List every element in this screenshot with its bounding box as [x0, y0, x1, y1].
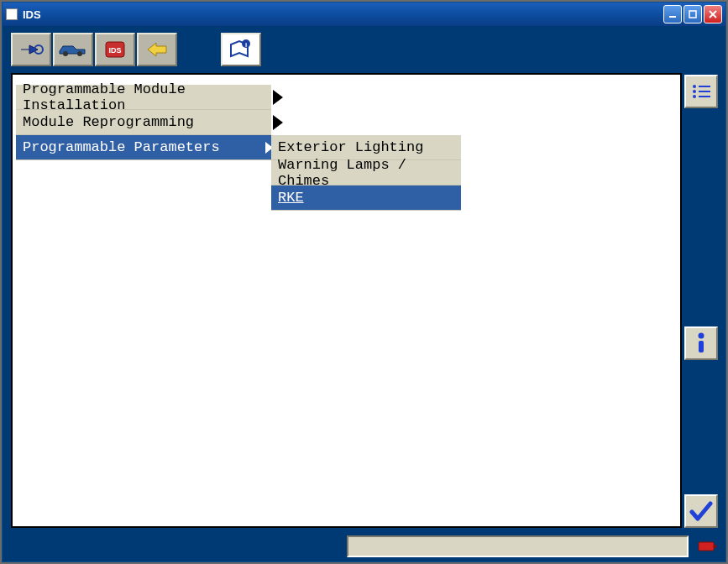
side-list-button[interactable] — [684, 75, 718, 108]
submenu-item-label: Exterior Lighting — [278, 139, 423, 155]
svg-point-5 — [63, 51, 68, 56]
toolbar-arrow-button[interactable] — [137, 33, 177, 66]
diagnostics-icon: IDS — [102, 39, 128, 60]
close-button[interactable] — [704, 5, 722, 24]
menu-item-reprog[interactable]: Module Reprogramming — [16, 110, 271, 135]
submenu-item-label: Warning Lamps / Chimes — [278, 157, 454, 189]
toolbar-vehicle-button[interactable] — [53, 33, 93, 66]
toolbar-infobook-button[interactable]: i — [221, 33, 261, 66]
app-window: IDS — [2, 2, 726, 562]
connector-icon — [18, 39, 45, 60]
status-battery-icon — [695, 540, 720, 553]
submenu: Exterior Lighting Warning Lamps / Chimes… — [271, 135, 461, 211]
titlebar: IDS — [3, 3, 725, 26]
svg-rect-0 — [669, 16, 676, 18]
yellow-arrow-icon — [144, 40, 170, 59]
minimize-button[interactable] — [663, 5, 682, 24]
window-controls — [663, 5, 722, 24]
submenu-arrow-icon — [273, 90, 283, 105]
svg-rect-18 — [699, 341, 704, 352]
svg-point-11 — [693, 85, 696, 88]
submenu-item-rke[interactable]: RKE — [271, 185, 461, 211]
svg-rect-12 — [699, 86, 710, 87]
info-book-icon: i — [228, 38, 254, 61]
status-bar — [3, 533, 725, 561]
body-area: Programmable Module Installation Module … — [3, 73, 725, 533]
vehicle-icon — [58, 41, 88, 58]
main-menu: Programmable Module Installation Module … — [16, 85, 271, 160]
info-icon — [693, 332, 710, 355]
submenu-item-label: RKE — [278, 190, 304, 206]
menu-item-label: Programmable Parameters — [23, 139, 220, 155]
submenu-arrow-icon — [273, 115, 283, 130]
list-icon — [690, 82, 712, 101]
battery-icon — [698, 540, 718, 553]
maximize-button[interactable] — [683, 5, 702, 24]
main-panel: Programmable Module Installation Module … — [11, 73, 682, 528]
side-info-button[interactable] — [684, 326, 718, 360]
menu-item-label: Programmable Module Installation — [23, 81, 264, 113]
side-confirm-button[interactable] — [684, 494, 718, 528]
svg-point-15 — [693, 95, 696, 98]
svg-rect-1 — [689, 11, 696, 18]
svg-rect-16 — [699, 96, 710, 97]
submenu-item-warning[interactable]: Warning Lamps / Chimes — [271, 160, 461, 185]
toolbar-diagnostics-button[interactable]: IDS — [95, 33, 135, 66]
svg-point-17 — [699, 333, 704, 339]
app-icon — [6, 8, 18, 20]
close-icon — [709, 10, 717, 18]
toolbar: IDS i — [3, 26, 725, 73]
window-title: IDS — [23, 8, 658, 21]
svg-text:i: i — [245, 41, 247, 49]
minimize-icon — [668, 10, 677, 18]
status-input[interactable] — [347, 535, 689, 557]
svg-rect-20 — [714, 545, 716, 548]
menu-item-pmi[interactable]: Programmable Module Installation — [16, 85, 271, 110]
toolbar-connector-button[interactable] — [11, 33, 51, 66]
maximize-icon — [689, 10, 697, 18]
svg-point-6 — [77, 51, 82, 56]
side-panel — [682, 73, 720, 528]
svg-rect-19 — [699, 542, 714, 551]
menu-item-label: Module Reprogramming — [23, 114, 194, 130]
menu-item-params[interactable]: Programmable Parameters — [16, 135, 271, 160]
svg-point-13 — [693, 90, 696, 93]
svg-text:IDS: IDS — [108, 46, 121, 55]
svg-rect-14 — [699, 91, 710, 92]
checkmark-icon — [689, 500, 713, 522]
